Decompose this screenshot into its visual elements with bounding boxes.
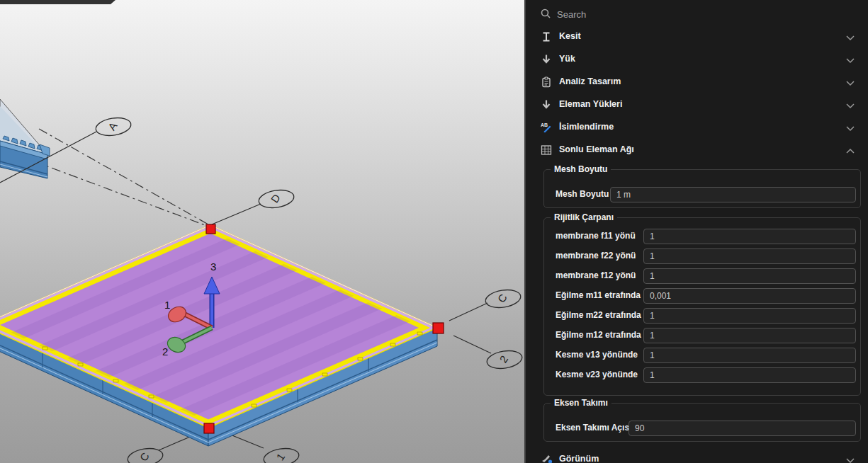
- axis3-label: 3: [210, 261, 216, 273]
- field-label: Mesh Boyutu: [556, 189, 609, 199]
- search-icon: [540, 8, 551, 22]
- membrane-f12-input[interactable]: [643, 268, 856, 284]
- shear-v13-input[interactable]: [643, 348, 856, 363]
- bending-m12-input[interactable]: [643, 328, 856, 343]
- paintbrush-icon: [541, 454, 552, 463]
- section-gorunum[interactable]: Görünüm: [526, 449, 868, 463]
- grid-bubble-C-bottom[interactable]: C: [126, 446, 164, 463]
- collapsed-toolbar-strip: [0, 0, 115, 4]
- grid-bubble-2-right[interactable]: 2: [485, 348, 523, 371]
- section-yuk[interactable]: Yük: [526, 49, 868, 70]
- grid-bubble-label: C: [137, 450, 152, 463]
- field-label: membrane f22 yönü: [556, 251, 636, 261]
- section-eleman-yukleri[interactable]: Eleman Yükleri: [526, 94, 868, 115]
- group-title: Rijitlik Çarpanı: [551, 212, 617, 222]
- group-eksen-takimi: Eksen Takımı Eksen Takımı Açısı: [543, 398, 861, 442]
- chevron-down-icon[interactable]: [845, 123, 855, 136]
- 3d-viewport[interactable]: 1 2 3 A D: [0, 0, 524, 463]
- section-label: Analiz Tasarım: [559, 76, 621, 86]
- group-rijitlik-carpani: Rijitlik Çarpanı membrane f11 yönü membr…: [543, 212, 861, 396]
- section-kesit[interactable]: Kesit: [526, 26, 868, 47]
- adjacent-deck[interactable]: [0, 99, 50, 178]
- chevron-down-icon[interactable]: [845, 78, 855, 91]
- search-input[interactable]: [557, 6, 826, 23]
- chevron-down-icon[interactable]: [845, 33, 855, 45]
- selected-slab[interactable]: 1 2 3: [0, 224, 444, 446]
- field-label: membrane f11 yönü: [556, 231, 636, 241]
- clipboard-icon: [541, 76, 552, 88]
- field-label: Eğilme m22 etrafında: [556, 310, 641, 320]
- grid-bubble-label: 1: [274, 451, 287, 462]
- section-sonlu-eleman-agi[interactable]: Sonlu Eleman Ağı: [526, 139, 868, 161]
- grid-bubble-D[interactable]: D: [257, 188, 295, 210]
- grid-bubble-C-right[interactable]: C: [484, 287, 522, 310]
- section-label: Sonlu Eleman Ağı: [559, 144, 634, 154]
- group-title: Eksen Takımı: [551, 398, 611, 408]
- chevron-down-icon[interactable]: [845, 55, 855, 68]
- grid-bubble-label: D: [269, 192, 283, 205]
- axis2-label: 2: [162, 345, 168, 358]
- section-label: İsimlendirme: [559, 122, 614, 132]
- membrane-f22-input[interactable]: [643, 248, 856, 264]
- load-arrow-icon: [541, 54, 552, 65]
- i-beam-icon: [541, 31, 552, 42]
- axis1-label: 1: [164, 299, 170, 311]
- properties-panel: Kesit Yük Analiz Tasarım: [524, 0, 868, 463]
- field-label: membrane f12 yönü: [556, 270, 636, 280]
- section-label: Yük: [559, 54, 575, 64]
- chevron-down-icon[interactable]: [845, 101, 855, 113]
- grip-handle-top[interactable]: [206, 224, 215, 234]
- rename-pencil-icon: AB: [541, 122, 552, 133]
- section-label: Eleman Yükleri: [559, 99, 622, 109]
- field-label: Eksen Takımı Açısı: [556, 423, 631, 433]
- mesh-size-input[interactable]: [610, 187, 856, 202]
- group-mesh-boyutu: Mesh Boyutu Mesh Boyutu: [543, 164, 861, 208]
- bending-m11-input[interactable]: [643, 288, 856, 304]
- membrane-f11-input[interactable]: [643, 229, 856, 244]
- mesh-grid-icon: [541, 144, 552, 156]
- grid-bubble-label: 2: [497, 353, 510, 365]
- viewport-canvas: 1 2 3 A D: [0, 0, 524, 463]
- grid-bubble-label: A: [106, 120, 120, 132]
- app-window: 1 2 3 A D: [0, 0, 868, 463]
- load-arrow-icon: [541, 99, 552, 110]
- section-analiz-tasarim[interactable]: Analiz Tasarım: [526, 72, 868, 93]
- field-label: Kesme v13 yönünde: [556, 350, 638, 360]
- section-isimlendirme[interactable]: AB İsimlendirme: [526, 117, 868, 138]
- grid-bubble-A[interactable]: A: [94, 115, 132, 138]
- field-label: Kesme v23 yönünde: [556, 370, 638, 379]
- group-title: Mesh Boyutu: [551, 164, 611, 174]
- section-label: Görünüm: [559, 454, 599, 463]
- grip-handle-bottom[interactable]: [204, 423, 214, 433]
- chevron-down-icon[interactable]: [845, 455, 855, 463]
- field-label: Eğilme m11 etrafında: [556, 290, 641, 300]
- chevron-up-icon[interactable]: [845, 146, 855, 159]
- bending-m22-input[interactable]: [643, 308, 856, 324]
- search-row[interactable]: [526, 4, 868, 24]
- grid-bubble-1-bottom[interactable]: 1: [262, 446, 300, 463]
- axis-angle-input[interactable]: [629, 421, 856, 436]
- shear-v23-input[interactable]: [643, 367, 856, 383]
- svg-text:AB: AB: [541, 122, 548, 127]
- grip-handle-right[interactable]: [433, 323, 444, 333]
- grid-bubble-label: C: [495, 292, 509, 305]
- field-label: Eğilme m12 etrafında: [556, 330, 641, 340]
- section-label: Kesit: [559, 31, 581, 41]
